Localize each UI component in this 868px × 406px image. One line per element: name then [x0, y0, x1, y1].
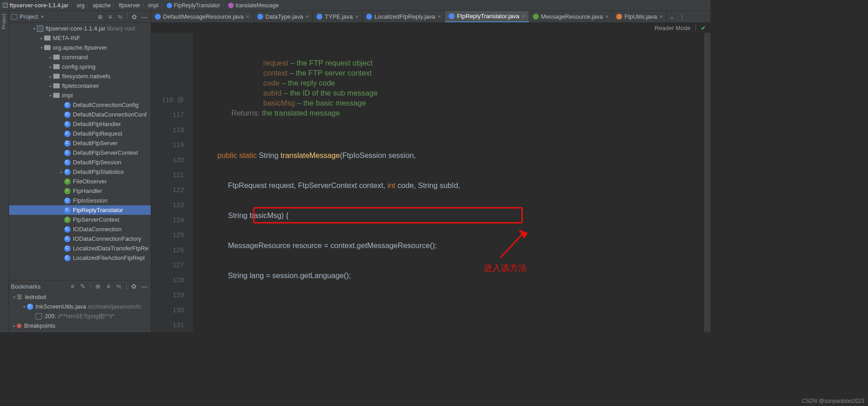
project-view-selector[interactable]: Project▼ [11, 13, 94, 20]
tree-impl[interactable]: ▾impl [9, 91, 151, 100]
tree-item-DefaultFtpStatistics[interactable]: ▸DefaultFtpStatistics [9, 167, 151, 177]
code-editor[interactable]: request – the FTP request object context… [193, 33, 704, 332]
reader-mode-bar: Reader Mode ✔ [151, 23, 710, 33]
expand-icon[interactable]: ≡ [106, 12, 115, 21]
collapse-icon[interactable]: ≒ [116, 12, 125, 21]
tree-filesystem[interactable]: ▸filesystem.nativefs [9, 71, 151, 81]
bm-expand-icon[interactable]: ≡ [104, 282, 113, 291]
crumb-org[interactable]: org [77, 2, 84, 9]
annotation-label: 进入该方法 [484, 260, 527, 275]
tree-item-LocalizedFileActionFtpRepl[interactable]: LocalizedFileActionFtpRepl [9, 253, 151, 263]
bm-settings-icon[interactable]: ✿ [129, 282, 138, 291]
tree-item-DefaultFtpSession[interactable]: DefaultFtpSession [9, 157, 151, 167]
tree-ftplet[interactable]: ▸ftpletcontainer [9, 81, 151, 91]
tree-item-DefaultFtpServerContext[interactable]: DefaultFtpServerContext [9, 148, 151, 157]
annotation-arrow-icon [496, 228, 532, 265]
tree-item-DefaultDataConnectionConf[interactable]: DefaultDataConnectionConf [9, 110, 151, 119]
close-icon[interactable]: × [659, 13, 663, 20]
bm-edit-icon[interactable]: ✎ [78, 282, 87, 291]
tab-MessageResource-java[interactable]: MessageResource.java× [529, 11, 613, 22]
line-gutter: 116 @ 117 118 119 120 121 122 123 124 12… [151, 33, 193, 332]
tab-FtpReplyTranslator-java[interactable]: FtpReplyTranslator.java× [445, 11, 529, 22]
close-icon[interactable]: × [246, 13, 250, 20]
tree-item-DefaultFtpServer[interactable]: DefaultFtpServer [9, 138, 151, 148]
crumb-ftpserver[interactable]: ftpserver [119, 2, 140, 9]
editor-tabs: DefaultMessageResource.java×DataType.jav… [151, 11, 710, 23]
reader-mode-label[interactable]: Reader Mode [654, 25, 690, 31]
tab-menu-icon[interactable]: ⋮ [677, 11, 687, 22]
crumb-impl[interactable]: impl [148, 2, 158, 9]
crumb-jar[interactable]: ftpserver-core-1.1.4.jar [3, 2, 68, 9]
close-icon[interactable]: × [605, 13, 609, 20]
tree-item-FtpHandler[interactable]: FtpHandler [9, 186, 151, 196]
tree-item-FtpReplyTranslator[interactable]: FtpReplyTranslator [9, 205, 151, 215]
svg-line-0 [500, 232, 524, 258]
tree-item-IODataConnectionFactory[interactable]: IODataConnectionFactory [9, 234, 151, 244]
tree-meta[interactable]: ▸META-INF [9, 33, 151, 43]
bm-collapse-icon[interactable]: ≒ [114, 282, 123, 291]
project-tool-header: Project▼ ⊕ ≡ ≒ ✿ — [9, 11, 151, 23]
tree-item-FileObserver[interactable]: FileObserver [9, 177, 151, 186]
close-icon[interactable]: × [438, 13, 441, 20]
close-icon[interactable]: × [355, 13, 359, 20]
crumb-apache[interactable]: apache [93, 2, 111, 9]
bookmarks-title: Bookmarks [11, 283, 66, 290]
rail-project-tab[interactable]: Project [0, 11, 7, 32]
tree-item-FtpServerContext[interactable]: FtpServerContext [9, 215, 151, 224]
tree-item-LocalizedDataTransferFtpRe[interactable]: LocalizedDataTransferFtpRe [9, 244, 151, 253]
tab-DataType-java[interactable]: DataType.java× [254, 11, 313, 22]
crumb-method[interactable]: translateMessage [228, 2, 279, 9]
close-icon[interactable]: × [521, 13, 525, 20]
tab-DefaultMessageResource-java[interactable]: DefaultMessageResource.java× [151, 11, 254, 22]
tree-item-DefaultFtpHandler[interactable]: DefaultFtpHandler [9, 119, 151, 129]
bookmarks-header: Bookmarks ≡ ✎ ⊕ ≡ ≒ ✿ — [9, 280, 151, 292]
tree-item-IODataConnection[interactable]: IODataConnection [9, 224, 151, 234]
right-rail [704, 33, 710, 332]
tree-item-DefaultFtpRequest[interactable]: DefaultFtpRequest [9, 129, 151, 138]
hide-icon[interactable]: — [140, 12, 149, 21]
bm-breakpoints[interactable]: ▸Breakpoints [9, 321, 151, 330]
tree-item-FtpIoSession[interactable]: FtpIoSession [9, 196, 151, 205]
tree-command[interactable]: ▸command [9, 52, 151, 62]
breadcrumb: ftpserver-core-1.1.4.jar〉 org〉 apache〉 f… [0, 0, 710, 11]
bm-root[interactable]: ▾☰ ledrobot [9, 292, 151, 302]
bm-item[interactable]: 205: //**html转为png图**//* [9, 311, 151, 321]
tab-LocalizedFtpReply-java[interactable]: LocalizedFtpReply.java× [363, 11, 445, 22]
locate-icon[interactable]: ⊕ [96, 12, 105, 21]
bm-file[interactable]: ▾InkScreenUtils.java src/main/java/com/l… [9, 302, 151, 311]
check-icon[interactable]: ✔ [701, 25, 706, 31]
bm-filter-icon[interactable]: ≡ [68, 282, 77, 291]
project-tree: ▾ftpserver-core-1.1.4.jar library root ▸… [9, 23, 151, 280]
more-tabs-icon[interactable]: ⌄ [667, 11, 677, 22]
tree-jar-root[interactable]: ▾ftpserver-core-1.1.4.jar library root [9, 24, 151, 33]
close-icon[interactable]: × [306, 13, 309, 20]
tree-item-DefaultConnectionConfig[interactable]: DefaultConnectionConfig [9, 100, 151, 110]
tree-pkg[interactable]: ▾org.apache.ftpserver [9, 43, 151, 52]
bm-hide-icon[interactable]: — [140, 282, 149, 291]
tab-TYPE-java[interactable]: TYPE.java× [313, 11, 363, 22]
left-rail: Project [0, 11, 9, 332]
tree-config[interactable]: ▸config.spring [9, 62, 151, 71]
bm-locate-icon[interactable]: ⊕ [93, 282, 102, 291]
annotation-box [253, 207, 523, 223]
tab-FtpUtils-java[interactable]: FtpUtils.java× [613, 11, 667, 22]
settings-icon[interactable]: ✿ [130, 12, 139, 21]
crumb-class[interactable]: FtpReplyTranslator [167, 2, 220, 9]
